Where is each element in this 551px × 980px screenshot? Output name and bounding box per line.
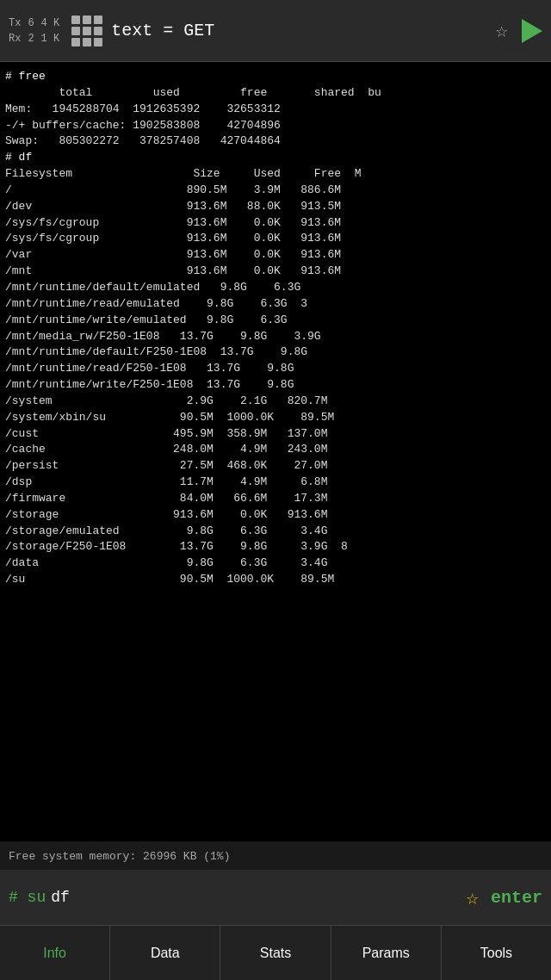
rx-label: Rx — [9, 31, 21, 47]
title: text = GET — [111, 21, 495, 40]
df-row: /system/xbin/su 90.5M 1000.0K 89.5M — [5, 410, 546, 426]
df-row: /dev 913.6M 88.0K 913.5M — [5, 199, 546, 215]
df-row: /storage/F250-1E08 13.7G 9.8G 3.9G 8 — [5, 539, 546, 555]
mem-line: Mem: 1945288704 1912635392 32653312 — [5, 102, 546, 118]
grid-icon[interactable] — [71, 16, 102, 47]
nav-params[interactable]: Params — [331, 926, 442, 980]
df-row: /mnt/runtime/write/F250-1E08 13.7G 9.8G — [5, 377, 546, 394]
run-button[interactable] — [522, 19, 542, 43]
rx-count: 2 — [28, 31, 34, 47]
df-row: /mnt/runtime/default/F250-1E08 13.7G 9.8… — [5, 344, 546, 361]
swap-line: Swap: 805302272 378257408 427044864 — [5, 133, 546, 150]
df-row: /cache 248.0M 4.9M 243.0M — [5, 442, 546, 458]
df-row: /su 90.5M 1000.0K 89.5M — [5, 572, 546, 588]
command-input[interactable] — [51, 889, 454, 906]
df-row: /mnt/runtime/default/emulated 9.8G 6.3G — [5, 280, 546, 296]
df-row: /persist 27.5M 468.0K 27.0M — [5, 458, 546, 474]
df-row: /dsp 11.7M 4.9M 6.8M — [5, 474, 546, 491]
df-rows: / 890.5M 3.9M 886.6M/dev 913.6M 88.0K 91… — [5, 183, 546, 588]
df-row: /mnt 913.6M 0.0K 913.6M — [5, 264, 546, 280]
df-command: # df — [5, 150, 546, 166]
terminal-output: # free total used free shared bu Mem: 19… — [0, 62, 551, 841]
df-row: /mnt/runtime/read/F250-1E08 13.7G 9.8G — [5, 361, 546, 377]
df-row: /mnt/media_rw/F250-1E08 13.7G 9.8G 3.9G — [5, 329, 546, 345]
favorite-button[interactable]: ☆ — [496, 18, 508, 43]
tx-size: 4 K — [41, 16, 60, 31]
status-text: Free system memory: 26996 KB (1%) — [9, 850, 230, 863]
df-row: /var 913.6M 0.0K 913.6M — [5, 247, 546, 264]
df-row: /mnt/runtime/read/emulated 9.8G 6.3G 3 — [5, 296, 546, 313]
rx-size: 1 K — [41, 31, 60, 47]
tx-label: Tx — [9, 16, 21, 31]
top-bar: Tx 6 4 K Rx 2 1 K text = GET ☆ — [0, 0, 551, 62]
df-row: /sys/fs/cgroup 913.6M 0.0K 913.6M — [5, 231, 546, 247]
free-command: # free — [5, 69, 546, 85]
df-row: /cust 495.9M 358.9M 137.0M — [5, 426, 546, 443]
buf-line: -/+ buffers/cache: 1902583808 42704896 — [5, 118, 546, 134]
df-header: Filesystem Size Used Free M — [5, 166, 546, 183]
nav-tools[interactable]: Tools — [442, 926, 551, 980]
input-bar: # su ☆ enter — [0, 870, 551, 925]
df-row: /storage 913.6M 0.0K 913.6M — [5, 507, 546, 524]
free-header: total used free shared bu — [5, 85, 546, 102]
input-prompt: # su — [9, 889, 46, 906]
status-bar: Free system memory: 26996 KB (1%) — [0, 841, 551, 870]
df-row: /firmware 84.0M 66.6M 17.3M — [5, 491, 546, 507]
nav-info[interactable]: Info — [0, 926, 110, 980]
connection-stats: Tx 6 4 K Rx 2 1 K — [9, 16, 59, 47]
enter-button[interactable]: enter — [491, 888, 542, 908]
df-row: /storage/emulated 9.8G 6.3G 3.4G — [5, 524, 546, 540]
df-row: /data 9.8G 6.3G 3.4G — [5, 555, 546, 572]
nav-data[interactable]: Data — [110, 926, 220, 980]
df-row: /sys/fs/cgroup 913.6M 0.0K 913.6M — [5, 215, 546, 232]
df-row: /mnt/runtime/write/emulated 9.8G 6.3G — [5, 313, 546, 329]
df-row: /system 2.9G 2.1G 820.7M — [5, 394, 546, 410]
nav-stats[interactable]: Stats — [220, 926, 331, 980]
star-favorite-icon[interactable]: ☆ — [467, 885, 479, 910]
df-row: / 890.5M 3.9M 886.6M — [5, 183, 546, 199]
bottom-nav: Info Data Stats Params Tools — [0, 925, 551, 980]
tx-count: 6 — [28, 16, 34, 31]
